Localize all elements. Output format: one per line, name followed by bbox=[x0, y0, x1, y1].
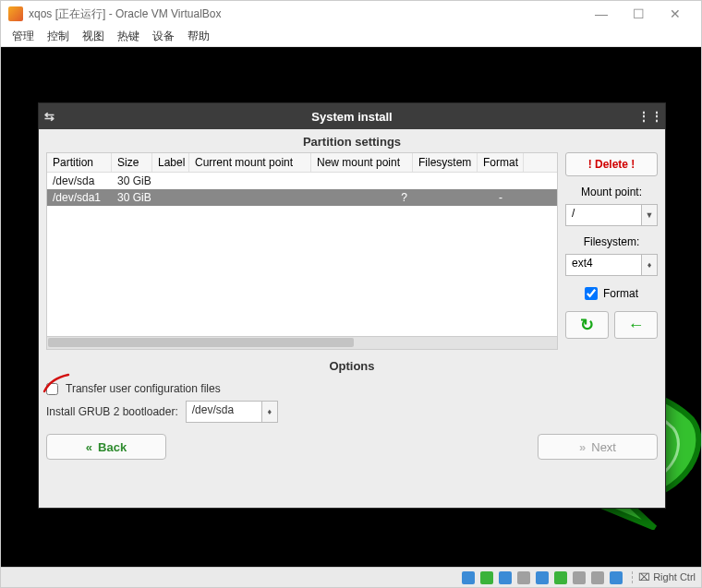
status-network-icon[interactable] bbox=[499, 571, 512, 584]
chevron-right-icon: » bbox=[579, 440, 586, 454]
installer-titlebar[interactable]: ⇆ System install ⋮⋮ bbox=[39, 103, 665, 129]
cell-label bbox=[152, 173, 189, 189]
vb-menubar: 管理 控制 视图 热键 设备 帮助 bbox=[1, 27, 701, 47]
virtualbox-icon bbox=[8, 6, 23, 21]
format-checkbox-label: Format bbox=[603, 287, 638, 300]
cell-curm bbox=[189, 189, 311, 206]
close-button[interactable]: ✕ bbox=[657, 1, 694, 27]
refresh-button[interactable]: ↻ bbox=[565, 311, 609, 339]
cell-fmt bbox=[478, 173, 524, 189]
partition-area: Partition Size Label Current mount point… bbox=[46, 152, 658, 350]
partition-table[interactable]: Partition Size Label Current mount point… bbox=[46, 152, 558, 337]
nav-row: « Back » Next bbox=[46, 434, 658, 460]
cell-fmt: - bbox=[478, 189, 524, 206]
filesystem-label: Filesystem: bbox=[565, 235, 658, 248]
cell-partition: /dev/sda1 bbox=[47, 189, 112, 206]
delete-button[interactable]: ! Delete ! bbox=[565, 152, 658, 176]
status-audio-icon[interactable] bbox=[573, 571, 586, 584]
table-header: Partition Size Label Current mount point… bbox=[47, 153, 557, 173]
col-format[interactable]: Format bbox=[478, 153, 524, 172]
menu-view[interactable]: 视图 bbox=[82, 29, 104, 44]
table-row[interactable]: /dev/sda1 30 GiB ? - bbox=[47, 189, 557, 206]
mount-point-label: Mount point: bbox=[565, 186, 658, 198]
menu-control[interactable]: 控制 bbox=[47, 29, 69, 44]
chevron-down-icon[interactable]: ▼ bbox=[641, 204, 658, 226]
partition-settings-header: Partition settings bbox=[46, 129, 658, 152]
refresh-icon: ↻ bbox=[580, 315, 594, 335]
status-mouse-icon[interactable] bbox=[610, 571, 623, 584]
apply-button[interactable]: ← bbox=[614, 311, 658, 339]
menu-help[interactable]: 帮助 bbox=[188, 29, 210, 44]
menu-devices[interactable]: 设备 bbox=[152, 29, 175, 44]
format-checkbox[interactable] bbox=[585, 287, 598, 300]
status-disk-icon[interactable] bbox=[462, 571, 475, 584]
cell-newm bbox=[311, 173, 413, 189]
vm-screen: ⇆ System install ⋮⋮ Partition settings P… bbox=[1, 47, 701, 567]
back-button[interactable]: « Back bbox=[46, 434, 166, 460]
grub-target-value: /dev/sda bbox=[186, 401, 261, 423]
partition-table-wrap: Partition Size Label Current mount point… bbox=[46, 152, 558, 350]
cell-size: 30 GiB bbox=[112, 189, 152, 206]
maximize-button[interactable]: ☐ bbox=[620, 1, 657, 27]
options-section: Options Transfer user configuration file… bbox=[46, 350, 658, 500]
menu-manage[interactable]: 管理 bbox=[12, 29, 34, 44]
installer-title: System install bbox=[67, 110, 637, 124]
grub-target-select[interactable]: /dev/sda ♦ bbox=[186, 401, 278, 423]
col-current-mount[interactable]: Current mount point bbox=[189, 153, 311, 172]
grub-label: Install GRUB 2 bootloader: bbox=[46, 405, 178, 418]
col-size[interactable]: Size bbox=[112, 153, 152, 172]
transfer-files-label: Transfer user configuration files bbox=[66, 382, 221, 395]
chevron-left-icon: « bbox=[86, 440, 92, 454]
cell-fs bbox=[413, 173, 478, 189]
col-partition[interactable]: Partition bbox=[47, 153, 112, 172]
status-recording-icon[interactable] bbox=[591, 571, 604, 584]
installer-body: Partition settings Partition Size Label … bbox=[39, 129, 665, 508]
cell-newm: ? bbox=[311, 189, 413, 206]
partition-sidebar: ! Delete ! Mount point: / ▼ Filesystem: … bbox=[565, 152, 658, 350]
table-row[interactable]: /dev/sda 30 GiB bbox=[47, 173, 557, 189]
cell-fs bbox=[413, 189, 478, 206]
spinner-icon[interactable]: ♦ bbox=[641, 254, 658, 276]
transfer-files-checkbox[interactable] bbox=[46, 383, 58, 395]
options-header: Options bbox=[46, 354, 658, 377]
col-filesystem[interactable]: Filesystem bbox=[413, 153, 478, 172]
status-optical-icon[interactable] bbox=[480, 571, 493, 584]
col-new-mount[interactable]: New mount point bbox=[311, 153, 413, 172]
vb-statusbar: ⌧ Right Ctrl bbox=[1, 567, 701, 587]
filesystem-select[interactable]: ext4 ♦ bbox=[565, 254, 658, 276]
host-key-label: Right Ctrl bbox=[653, 571, 696, 582]
arrow-left-icon: ← bbox=[628, 316, 645, 335]
vb-titlebar[interactable]: xqos [正在运行] - Oracle VM VirtualBox — ☐ ✕ bbox=[1, 1, 701, 27]
status-shared-folder-icon[interactable] bbox=[536, 571, 549, 584]
cell-size: 30 GiB bbox=[112, 173, 152, 189]
host-key-indicator[interactable]: ⌧ Right Ctrl bbox=[632, 571, 696, 583]
cell-label bbox=[152, 189, 189, 206]
cell-curm bbox=[189, 173, 311, 189]
more-icon[interactable]: ⋮⋮ bbox=[637, 109, 660, 124]
filesystem-value: ext4 bbox=[565, 254, 641, 276]
minimize-button[interactable]: — bbox=[583, 1, 620, 27]
mount-point-select[interactable]: / ▼ bbox=[565, 204, 658, 226]
horizontal-scrollbar[interactable] bbox=[46, 337, 558, 350]
back-button-label: Back bbox=[98, 440, 127, 454]
spinner-icon[interactable]: ♦ bbox=[261, 401, 278, 423]
menu-hotkey[interactable]: 热键 bbox=[117, 29, 139, 44]
mount-point-value: / bbox=[565, 204, 641, 226]
scrollbar-thumb[interactable] bbox=[48, 338, 354, 347]
pin-icon[interactable]: ⇆ bbox=[44, 110, 67, 124]
next-button[interactable]: » Next bbox=[538, 434, 658, 460]
virtualbox-window: xqos [正在运行] - Oracle VM VirtualBox — ☐ ✕… bbox=[0, 0, 702, 588]
status-usb-icon[interactable] bbox=[517, 571, 530, 584]
vb-title: xqos [正在运行] - Oracle VM VirtualBox bbox=[29, 6, 583, 22]
next-button-label: Next bbox=[591, 440, 616, 454]
status-display-icon[interactable] bbox=[554, 571, 567, 584]
col-label[interactable]: Label bbox=[152, 153, 189, 172]
installer-window: ⇆ System install ⋮⋮ Partition settings P… bbox=[38, 102, 666, 509]
cell-partition: /dev/sda bbox=[47, 173, 112, 189]
